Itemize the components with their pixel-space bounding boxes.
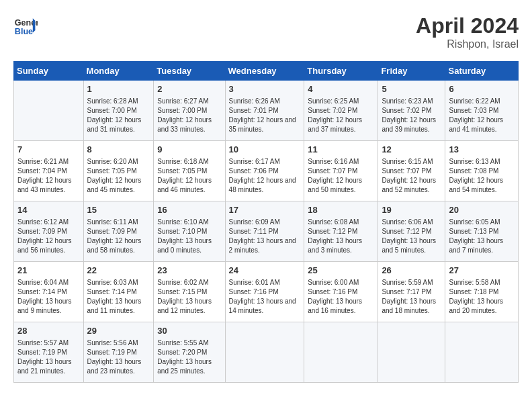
- title-block: April 2024 Rishpon, Israel: [416, 13, 519, 50]
- day-number: 11: [308, 144, 374, 156]
- logo: General Blue: [13, 13, 40, 38]
- day-number: 13: [449, 144, 515, 156]
- cell-content: Sunrise: 6:04 AMSunset: 7:14 PMDaylight:…: [17, 278, 80, 316]
- weekday-header-friday: Friday: [378, 62, 445, 81]
- day-number: 3: [229, 83, 301, 95]
- day-number: 19: [382, 204, 441, 216]
- cell-content: Sunrise: 6:02 AMSunset: 7:15 PMDaylight:…: [157, 278, 221, 316]
- calendar-cell: 17Sunrise: 6:09 AMSunset: 7:11 PMDayligh…: [225, 201, 304, 262]
- cell-content: Sunrise: 5:57 AMSunset: 7:19 PMDaylight:…: [17, 338, 80, 376]
- day-number: 6: [449, 83, 515, 95]
- calendar-cell: 27Sunrise: 5:58 AMSunset: 7:18 PMDayligh…: [445, 262, 519, 322]
- day-number: 24: [229, 265, 301, 277]
- calendar-cell: 16Sunrise: 6:10 AMSunset: 7:10 PMDayligh…: [154, 201, 225, 262]
- cell-content: Sunrise: 6:10 AMSunset: 7:10 PMDaylight:…: [157, 218, 221, 255]
- cell-content: Sunrise: 5:55 AMSunset: 7:20 PMDaylight:…: [157, 338, 221, 376]
- day-number: 29: [87, 325, 150, 337]
- calendar-cell: 22Sunrise: 6:03 AMSunset: 7:14 PMDayligh…: [83, 262, 154, 322]
- day-number: 2: [157, 83, 221, 95]
- cell-content: Sunrise: 6:08 AMSunset: 7:12 PMDaylight:…: [308, 218, 374, 255]
- logo-icon: General Blue: [13, 13, 38, 38]
- cell-content: Sunrise: 6:16 AMSunset: 7:07 PMDaylight:…: [308, 157, 374, 195]
- cell-content: Sunrise: 6:05 AMSunset: 7:13 PMDaylight:…: [449, 218, 515, 255]
- calendar-week-1: 1Sunrise: 6:28 AMSunset: 7:00 PMDaylight…: [14, 81, 519, 141]
- calendar-cell: [225, 322, 304, 383]
- calendar-cell: [304, 322, 378, 383]
- calendar-cell: 25Sunrise: 6:00 AMSunset: 7:16 PMDayligh…: [304, 262, 378, 322]
- day-number: 4: [308, 83, 374, 95]
- calendar-cell: 11Sunrise: 6:16 AMSunset: 7:07 PMDayligh…: [304, 141, 378, 201]
- day-number: 28: [17, 325, 80, 337]
- calendar-cell: 15Sunrise: 6:11 AMSunset: 7:09 PMDayligh…: [83, 201, 154, 262]
- calendar-cell: 5Sunrise: 6:23 AMSunset: 7:02 PMDaylight…: [378, 81, 445, 141]
- calendar-week-2: 7Sunrise: 6:21 AMSunset: 7:04 PMDaylight…: [14, 141, 519, 201]
- calendar-cell: 18Sunrise: 6:08 AMSunset: 7:12 PMDayligh…: [304, 201, 378, 262]
- cell-content: Sunrise: 6:06 AMSunset: 7:12 PMDaylight:…: [382, 218, 441, 255]
- day-number: 1: [87, 83, 150, 95]
- calendar-cell: 8Sunrise: 6:20 AMSunset: 7:05 PMDaylight…: [83, 141, 154, 201]
- weekday-header-row: SundayMondayTuesdayWednesdayThursdayFrid…: [14, 62, 519, 81]
- calendar-week-3: 14Sunrise: 6:12 AMSunset: 7:09 PMDayligh…: [14, 201, 519, 262]
- weekday-header-sunday: Sunday: [14, 62, 84, 81]
- cell-content: Sunrise: 6:00 AMSunset: 7:16 PMDaylight:…: [308, 278, 374, 316]
- cell-content: Sunrise: 5:59 AMSunset: 7:17 PMDaylight:…: [382, 278, 441, 316]
- day-number: 18: [308, 204, 374, 216]
- cell-content: Sunrise: 6:12 AMSunset: 7:09 PMDaylight:…: [17, 218, 80, 255]
- calendar-week-4: 21Sunrise: 6:04 AMSunset: 7:14 PMDayligh…: [14, 262, 519, 322]
- day-number: 7: [17, 144, 80, 156]
- calendar-table: SundayMondayTuesdayWednesdayThursdayFrid…: [13, 61, 519, 383]
- cell-content: Sunrise: 6:11 AMSunset: 7:09 PMDaylight:…: [87, 218, 150, 255]
- page-header: General Blue April 2024 Rishpon, Israel: [13, 13, 519, 50]
- day-number: 10: [229, 144, 301, 156]
- calendar-cell: [378, 322, 445, 383]
- calendar-cell: 2Sunrise: 6:27 AMSunset: 7:00 PMDaylight…: [154, 81, 225, 141]
- cell-content: Sunrise: 6:25 AMSunset: 7:02 PMDaylight:…: [308, 97, 374, 134]
- calendar-cell: [14, 81, 84, 141]
- cell-content: Sunrise: 6:17 AMSunset: 7:06 PMDaylight:…: [229, 157, 301, 195]
- location: Rishpon, Israel: [416, 38, 519, 50]
- day-number: 14: [17, 204, 80, 216]
- calendar-cell: [445, 322, 519, 383]
- calendar-cell: 13Sunrise: 6:13 AMSunset: 7:08 PMDayligh…: [445, 141, 519, 201]
- day-number: 8: [87, 144, 150, 156]
- calendar-cell: 21Sunrise: 6:04 AMSunset: 7:14 PMDayligh…: [14, 262, 84, 322]
- cell-content: Sunrise: 6:23 AMSunset: 7:02 PMDaylight:…: [382, 97, 441, 134]
- weekday-header-tuesday: Tuesday: [154, 62, 225, 81]
- cell-content: Sunrise: 6:13 AMSunset: 7:08 PMDaylight:…: [449, 157, 515, 195]
- cell-content: Sunrise: 6:20 AMSunset: 7:05 PMDaylight:…: [87, 157, 150, 195]
- calendar-cell: 29Sunrise: 5:56 AMSunset: 7:19 PMDayligh…: [83, 322, 154, 383]
- cell-content: Sunrise: 6:09 AMSunset: 7:11 PMDaylight:…: [229, 218, 301, 255]
- day-number: 30: [157, 325, 221, 337]
- day-number: 5: [382, 83, 441, 95]
- day-number: 17: [229, 204, 301, 216]
- calendar-cell: 6Sunrise: 6:22 AMSunset: 7:03 PMDaylight…: [445, 81, 519, 141]
- cell-content: Sunrise: 6:28 AMSunset: 7:00 PMDaylight:…: [87, 97, 150, 134]
- cell-content: Sunrise: 6:22 AMSunset: 7:03 PMDaylight:…: [449, 97, 515, 134]
- calendar-cell: 28Sunrise: 5:57 AMSunset: 7:19 PMDayligh…: [14, 322, 84, 383]
- calendar-cell: 12Sunrise: 6:15 AMSunset: 7:07 PMDayligh…: [378, 141, 445, 201]
- calendar-cell: 24Sunrise: 6:01 AMSunset: 7:16 PMDayligh…: [225, 262, 304, 322]
- cell-content: Sunrise: 6:21 AMSunset: 7:04 PMDaylight:…: [17, 157, 80, 195]
- cell-content: Sunrise: 5:56 AMSunset: 7:19 PMDaylight:…: [87, 338, 150, 376]
- svg-text:Blue: Blue: [15, 27, 33, 36]
- cell-content: Sunrise: 6:26 AMSunset: 7:01 PMDaylight:…: [229, 97, 301, 134]
- day-number: 9: [157, 144, 221, 156]
- calendar-week-5: 28Sunrise: 5:57 AMSunset: 7:19 PMDayligh…: [14, 322, 519, 383]
- cell-content: Sunrise: 6:27 AMSunset: 7:00 PMDaylight:…: [157, 97, 221, 134]
- weekday-header-wednesday: Wednesday: [225, 62, 304, 81]
- month-title: April 2024: [416, 13, 519, 38]
- calendar-cell: 4Sunrise: 6:25 AMSunset: 7:02 PMDaylight…: [304, 81, 378, 141]
- day-number: 23: [157, 265, 221, 277]
- calendar-cell: 1Sunrise: 6:28 AMSunset: 7:00 PMDaylight…: [83, 81, 154, 141]
- calendar-cell: 19Sunrise: 6:06 AMSunset: 7:12 PMDayligh…: [378, 201, 445, 262]
- day-number: 22: [87, 265, 150, 277]
- day-number: 27: [449, 265, 515, 277]
- calendar-cell: 3Sunrise: 6:26 AMSunset: 7:01 PMDaylight…: [225, 81, 304, 141]
- calendar-cell: 20Sunrise: 6:05 AMSunset: 7:13 PMDayligh…: [445, 201, 519, 262]
- cell-content: Sunrise: 6:18 AMSunset: 7:05 PMDaylight:…: [157, 157, 221, 195]
- weekday-header-monday: Monday: [83, 62, 154, 81]
- day-number: 21: [17, 265, 80, 277]
- day-number: 20: [449, 204, 515, 216]
- calendar-cell: 26Sunrise: 5:59 AMSunset: 7:17 PMDayligh…: [378, 262, 445, 322]
- cell-content: Sunrise: 6:01 AMSunset: 7:16 PMDaylight:…: [229, 278, 301, 316]
